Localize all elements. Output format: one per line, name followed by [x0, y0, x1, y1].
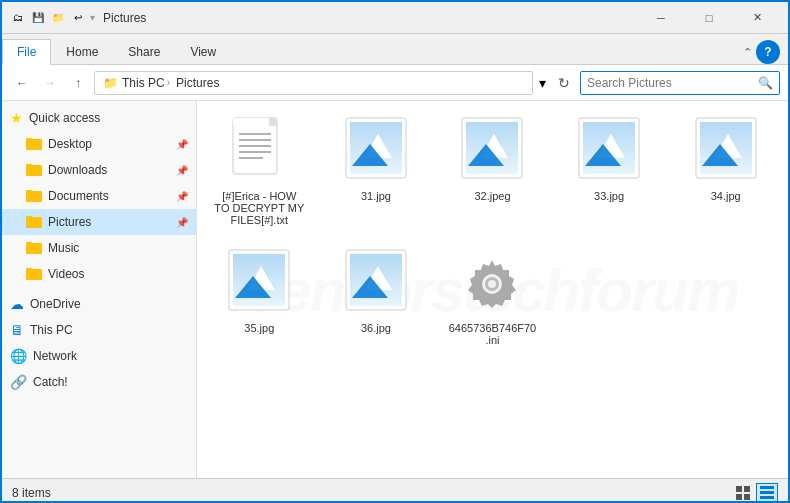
file-name-31jpg: 31.jpg — [361, 190, 391, 202]
forward-button[interactable]: → — [38, 71, 62, 95]
ribbon-tabs: File Home Share View ⌃ ? — [2, 34, 788, 64]
undo-quick-icon[interactable]: ↩ — [70, 10, 86, 26]
svg-rect-8 — [26, 216, 32, 219]
file-item-31jpg[interactable]: 31.jpg — [322, 109, 431, 233]
grid-view-button[interactable] — [732, 483, 754, 503]
ribbon-expand-icon[interactable]: ⌃ — [743, 46, 752, 59]
svg-rect-4 — [26, 164, 32, 167]
sidebar-item-network[interactable]: 🌐 Network — [2, 343, 196, 369]
back-button[interactable]: ← — [10, 71, 34, 95]
file-name-35jpg: 35.jpg — [244, 322, 274, 334]
img-file-icon-32 — [458, 116, 526, 188]
sidebar-item-desktop[interactable]: Desktop 📌 — [2, 131, 196, 157]
sidebar-item-videos[interactable]: Videos — [2, 261, 196, 287]
file-item-33jpg[interactable]: 33.jpg — [555, 109, 664, 233]
pc-icon: 🖥 — [10, 322, 24, 338]
img-file-icon-36 — [342, 248, 410, 320]
file-item-ini[interactable]: 6465736B746F70.ini — [438, 241, 547, 353]
search-input[interactable] — [587, 76, 754, 90]
app-icon: 🗂 — [10, 10, 26, 26]
path-arrow-1: › — [167, 77, 170, 88]
file-item-36jpg[interactable]: 36.jpg — [322, 241, 431, 353]
sidebar-item-catch[interactable]: 🔗 Catch! — [2, 369, 196, 395]
file-area: sensorstechforum — [197, 101, 788, 478]
svg-rect-54 — [744, 494, 750, 500]
file-item-35jpg[interactable]: 35.jpg — [205, 241, 314, 353]
tab-home[interactable]: Home — [51, 39, 113, 65]
folder-downloads-icon — [26, 162, 42, 179]
svg-rect-2 — [26, 138, 32, 141]
svg-rect-52 — [744, 486, 750, 492]
main-area: ★ Quick access Desktop 📌 Downloads 📌 Doc… — [2, 101, 788, 478]
pin-icon-docs: 📌 — [176, 191, 188, 202]
quick-access-label: Quick access — [29, 111, 100, 125]
sidebar-item-pictures[interactable]: Pictures 📌 — [2, 209, 196, 235]
address-path[interactable]: 📁 This PC › Pictures — [94, 71, 533, 95]
file-item-ransom[interactable]: [#]Erica - HOW TO DECRYPT MY FILES[#].tx… — [205, 109, 314, 233]
file-item-32jpeg[interactable]: 32.jpeg — [438, 109, 547, 233]
network-icon: 🌐 — [10, 348, 27, 364]
status-bar: 8 items — [2, 478, 788, 503]
search-box[interactable]: 🔍 — [580, 71, 780, 95]
svg-rect-55 — [760, 486, 774, 489]
list-view-button[interactable] — [756, 483, 778, 503]
item-count: 8 items — [12, 486, 51, 500]
sidebar-item-documents[interactable]: Documents 📌 — [2, 183, 196, 209]
sidebar-item-thispc[interactable]: 🖥 This PC — [2, 317, 196, 343]
files-grid: [#]Erica - HOW TO DECRYPT MY FILES[#].tx… — [205, 109, 780, 353]
up-button[interactable]: ↑ — [66, 71, 90, 95]
sidebar-label-desktop: Desktop — [48, 137, 92, 151]
onedrive-icon: ☁ — [10, 296, 24, 312]
title-bar: 🗂 💾 📁 ↩ ▾ Pictures ─ □ ✕ — [2, 2, 788, 34]
sidebar-item-music[interactable]: Music — [2, 235, 196, 261]
refresh-button[interactable]: ↻ — [552, 71, 576, 95]
file-name-32jpeg: 32.jpeg — [474, 190, 510, 202]
star-icon: ★ — [10, 110, 23, 126]
address-bar: ← → ↑ 📁 This PC › Pictures ▾ ↻ 🔍 — [2, 65, 788, 101]
pin-icon: 📌 — [176, 139, 188, 150]
svg-rect-6 — [26, 190, 32, 193]
sidebar-label-music: Music — [48, 241, 79, 255]
img-file-icon-34 — [692, 116, 760, 188]
view-toggle — [732, 483, 778, 503]
svg-rect-53 — [736, 494, 742, 500]
folder-pics-icon — [26, 214, 42, 231]
tab-file[interactable]: File — [2, 39, 51, 65]
folder-videos-icon — [26, 266, 42, 283]
path-pictures: Pictures — [176, 76, 219, 90]
file-name-36jpg: 36.jpg — [361, 322, 391, 334]
pin-icon-downloads: 📌 — [176, 165, 188, 176]
minimize-button[interactable]: ─ — [638, 2, 684, 34]
sidebar-item-onedrive[interactable]: ☁ OneDrive — [2, 291, 196, 317]
window-title: Pictures — [103, 11, 638, 25]
svg-rect-57 — [760, 496, 774, 499]
img-file-icon-33 — [575, 116, 643, 188]
path-thispc: This PC — [122, 76, 165, 90]
tab-view[interactable]: View — [175, 39, 231, 65]
sidebar: ★ Quick access Desktop 📌 Downloads 📌 Doc… — [2, 101, 197, 478]
file-name-ini: 6465736B746F70.ini — [447, 322, 537, 346]
window-controls: ─ □ ✕ — [638, 2, 780, 34]
sidebar-label-documents: Documents — [48, 189, 109, 203]
svg-point-50 — [488, 280, 496, 288]
sidebar-label-pictures: Pictures — [48, 215, 91, 229]
help-button[interactable]: ? — [756, 40, 780, 64]
ini-file-icon — [458, 248, 526, 320]
save-quick-icon[interactable]: 💾 — [30, 10, 46, 26]
path-icon: 📁 — [103, 76, 118, 90]
maximize-button[interactable]: □ — [686, 2, 732, 34]
file-item-34jpg[interactable]: 34.jpg — [671, 109, 780, 233]
dropdown-arrow-icon[interactable]: ▾ — [539, 75, 546, 91]
file-name-34jpg: 34.jpg — [711, 190, 741, 202]
sidebar-item-downloads[interactable]: Downloads 📌 — [2, 157, 196, 183]
sidebar-quickaccess[interactable]: ★ Quick access — [2, 105, 196, 131]
close-button[interactable]: ✕ — [734, 2, 780, 34]
img-file-icon-31 — [342, 116, 410, 188]
sidebar-label-network: Network — [33, 349, 77, 363]
svg-rect-16 — [269, 118, 277, 126]
tab-share[interactable]: Share — [113, 39, 175, 65]
sidebar-label-onedrive: OneDrive — [30, 297, 81, 311]
folder-quick-icon[interactable]: 📁 — [50, 10, 66, 26]
search-icon[interactable]: 🔍 — [758, 76, 773, 90]
txt-file-icon — [225, 116, 293, 188]
